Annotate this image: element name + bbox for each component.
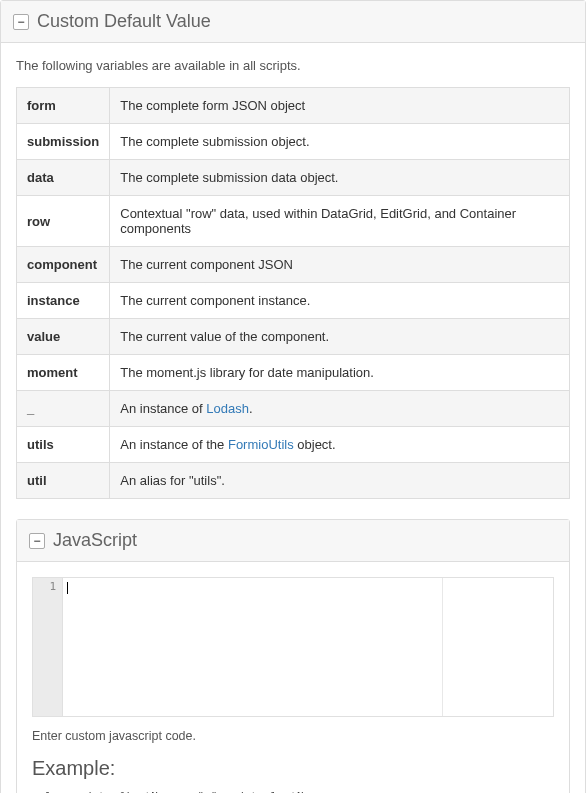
- table-row: formThe complete form JSON object: [17, 88, 570, 124]
- variable-name: form: [17, 88, 110, 124]
- table-row: utilsAn instance of the FormioUtils obje…: [17, 427, 570, 463]
- custom-default-value-panel: − Custom Default Value The following var…: [0, 0, 586, 793]
- variable-name: utils: [17, 427, 110, 463]
- variable-description: The current value of the component.: [110, 319, 570, 355]
- js-panel-title: JavaScript: [53, 530, 137, 551]
- line-number: 1: [39, 580, 56, 593]
- variables-table: formThe complete form JSON objectsubmiss…: [16, 87, 570, 499]
- code-gutter: 1: [33, 578, 63, 716]
- variable-name: submission: [17, 124, 110, 160]
- table-row: valueThe current value of the component.: [17, 319, 570, 355]
- panel-body: The following variables are available in…: [1, 43, 585, 793]
- variable-name: util: [17, 463, 110, 499]
- variable-name: data: [17, 160, 110, 196]
- table-row: momentThe moment.js library for date man…: [17, 355, 570, 391]
- javascript-panel: − JavaScript 1 Enter custom javascript c…: [16, 519, 570, 793]
- doc-link[interactable]: FormioUtils: [228, 437, 294, 452]
- table-row: utilAn alias for "utils".: [17, 463, 570, 499]
- code-right-margin: [442, 578, 443, 716]
- variable-name: value: [17, 319, 110, 355]
- variable-name: _: [17, 391, 110, 427]
- code-cursor: [67, 582, 68, 594]
- variable-description: The current component instance.: [110, 283, 570, 319]
- variable-description: An instance of the FormioUtils object.: [110, 427, 570, 463]
- table-row: rowContextual "row" data, used within Da…: [17, 196, 570, 247]
- collapse-toggle-icon[interactable]: −: [13, 14, 29, 30]
- variable-name: component: [17, 247, 110, 283]
- variable-name: row: [17, 196, 110, 247]
- example-heading: Example:: [32, 757, 554, 780]
- doc-link[interactable]: Lodash: [206, 401, 249, 416]
- code-input-area[interactable]: [63, 578, 553, 716]
- panel-heading[interactable]: − Custom Default Value: [1, 1, 585, 43]
- variable-description: The complete form JSON object: [110, 88, 570, 124]
- code-editor[interactable]: 1: [32, 577, 554, 717]
- table-row: submissionThe complete submission object…: [17, 124, 570, 160]
- variable-description: The current component JSON: [110, 247, 570, 283]
- variable-name: instance: [17, 283, 110, 319]
- table-row: componentThe current component JSON: [17, 247, 570, 283]
- variable-description: The complete submission object.: [110, 124, 570, 160]
- variable-description: An instance of Lodash.: [110, 391, 570, 427]
- intro-text: The following variables are available in…: [16, 58, 570, 73]
- helper-text: Enter custom javascript code.: [32, 729, 554, 743]
- collapse-toggle-icon[interactable]: −: [29, 533, 45, 549]
- table-row: instanceThe current component instance.: [17, 283, 570, 319]
- variable-description: An alias for "utils".: [110, 463, 570, 499]
- panel-title: Custom Default Value: [37, 11, 211, 32]
- variable-name: moment: [17, 355, 110, 391]
- variable-description: The moment.js library for date manipulat…: [110, 355, 570, 391]
- js-panel-body: 1 Enter custom javascript code. Example:…: [17, 562, 569, 793]
- table-row: _An instance of Lodash.: [17, 391, 570, 427]
- variable-description: The complete submission data object.: [110, 160, 570, 196]
- js-panel-heading[interactable]: − JavaScript: [17, 520, 569, 562]
- variable-description: Contextual "row" data, used within DataG…: [110, 196, 570, 247]
- table-row: dataThe complete submission data object.: [17, 160, 570, 196]
